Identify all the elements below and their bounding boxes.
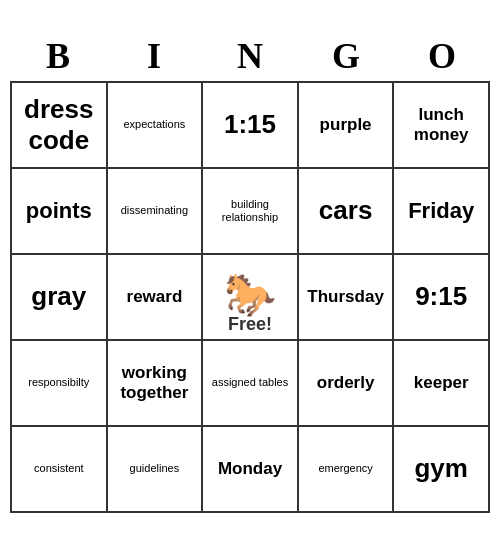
cell-label: consistent <box>34 462 84 475</box>
cell-label: gray <box>31 281 86 312</box>
bingo-cell: lunch money <box>394 83 490 169</box>
cell-label: responsibilty <box>28 376 89 389</box>
bingo-cell: assigned tables <box>203 341 299 427</box>
bingo-cell: consistent <box>12 427 108 513</box>
cell-label: purple <box>320 115 372 135</box>
cell-label: keeper <box>414 373 469 393</box>
cell-label: Friday <box>408 198 474 224</box>
bingo-cell: 9:15 <box>394 255 490 341</box>
bingo-cell: Monday <box>203 427 299 513</box>
bingo-cell: responsibilty <box>12 341 108 427</box>
bingo-cell: Friday <box>394 169 490 255</box>
cell-label: expectations <box>124 118 186 131</box>
bingo-cell: building relationship <box>203 169 299 255</box>
cell-label: emergency <box>318 462 372 475</box>
bingo-cell: 1:15 <box>203 83 299 169</box>
cell-label: gym <box>414 453 467 484</box>
bingo-cell: keeper <box>394 341 490 427</box>
cell-label: lunch money <box>398 105 484 146</box>
bingo-cell: reward <box>108 255 204 341</box>
bingo-cell: points <box>12 169 108 255</box>
bingo-cell: gym <box>394 427 490 513</box>
bingo-cell: disseminating <box>108 169 204 255</box>
cell-label: assigned tables <box>212 376 288 389</box>
bingo-cell: cars <box>299 169 395 255</box>
bingo-cell: expectations <box>108 83 204 169</box>
cell-label: 9:15 <box>415 281 467 312</box>
bingo-cell: gray <box>12 255 108 341</box>
header-letter: O <box>394 31 490 81</box>
cell-label: building relationship <box>207 198 293 224</box>
cell-label: orderly <box>317 373 375 393</box>
cell-label: disseminating <box>121 204 188 217</box>
cell-label: 1:15 <box>224 109 276 140</box>
cell-label: guidelines <box>130 462 180 475</box>
cell-label: reward <box>127 287 183 307</box>
bingo-grid: dress codeexpectations1:15purplelunch mo… <box>10 81 490 513</box>
bingo-cell: Thursday <box>299 255 395 341</box>
cell-label: points <box>26 198 92 224</box>
bingo-cell: emergency <box>299 427 395 513</box>
cell-label: Thursday <box>307 287 384 307</box>
header-letter: I <box>106 31 202 81</box>
header-letter: B <box>10 31 106 81</box>
cell-label: dress code <box>16 94 102 156</box>
bingo-cell: orderly <box>299 341 395 427</box>
bingo-cell: 🐎 Free! <box>203 255 299 341</box>
cell-label: cars <box>319 195 373 226</box>
header-letter: N <box>202 31 298 81</box>
bingo-cell: working together <box>108 341 204 427</box>
bingo-cell: purple <box>299 83 395 169</box>
cell-label: Monday <box>218 459 282 479</box>
bingo-cell: dress code <box>12 83 108 169</box>
bingo-card: BINGO dress codeexpectations1:15purplelu… <box>10 31 490 513</box>
free-label: Free! <box>228 314 272 335</box>
bingo-cell: guidelines <box>108 427 204 513</box>
bingo-header: BINGO <box>10 31 490 81</box>
header-letter: G <box>298 31 394 81</box>
cell-label: working together <box>112 363 198 404</box>
svg-text:🐎: 🐎 <box>224 270 277 320</box>
